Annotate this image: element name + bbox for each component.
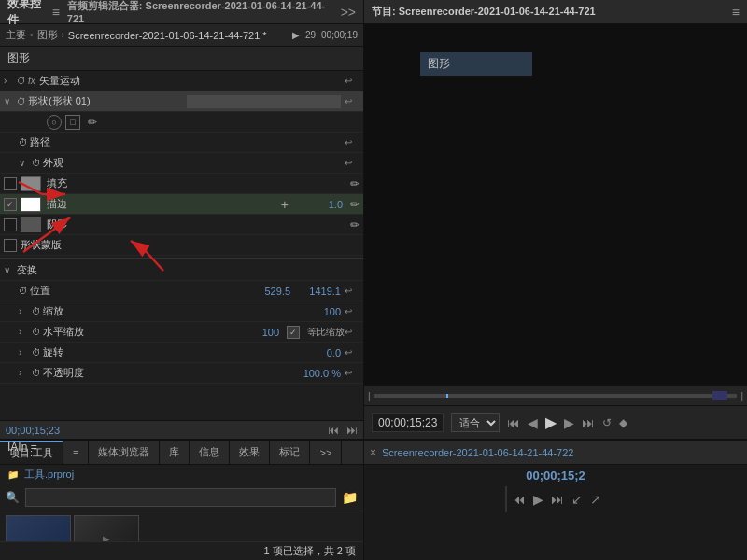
fill-checkbox[interactable] <box>4 177 17 190</box>
shadow-checkbox[interactable] <box>4 218 17 231</box>
opacity-reset[interactable]: ↩ <box>345 368 359 378</box>
shadow-eyedropper[interactable]: ✏ <box>350 218 359 231</box>
path-reset[interactable]: ↩ <box>345 137 359 147</box>
clip-close-btn[interactable]: × <box>370 446 376 459</box>
scale-value[interactable]: 100 <box>294 306 341 317</box>
path-stopwatch[interactable]: ⏱ <box>19 137 28 147</box>
program-menu-icon[interactable]: ≡ <box>732 5 740 20</box>
circle-shape-icon[interactable]: ○ <box>47 115 62 130</box>
transport-next[interactable]: ⏭ <box>582 415 595 430</box>
opacity-expand[interactable]: › <box>19 368 32 378</box>
appearance-expand[interactable]: ∨ <box>19 158 32 168</box>
transport-prev[interactable]: ⏮ <box>507 415 520 430</box>
clip-btn-in[interactable]: ↙ <box>570 490 585 509</box>
program-timeline-track[interactable] <box>374 394 738 398</box>
opacity-value[interactable]: 100.0 % <box>294 368 341 379</box>
rotation-stopwatch[interactable]: ⏱ <box>32 347 41 357</box>
vector-stopwatch[interactable]: ⏱ <box>17 76 26 86</box>
position-x[interactable]: 529.5 <box>244 286 290 297</box>
position-reset[interactable]: ↩ <box>345 286 359 296</box>
appearance-stopwatch[interactable]: ⏱ <box>32 158 41 168</box>
shadow-color-swatch[interactable] <box>21 217 41 232</box>
audio-mixer-title: 音频剪辑混合器: Screenrecorder-2021-01-06-14-21… <box>67 0 341 24</box>
fit-select[interactable]: 适合 <box>451 413 500 432</box>
scale-stopwatch[interactable]: ⏱ <box>32 306 41 316</box>
hscale-stopwatch[interactable]: ⏱ <box>32 327 41 337</box>
program-timeline-bar[interactable]: | | <box>364 386 747 405</box>
opacity-stopwatch[interactable]: ⏱ <box>32 368 41 378</box>
stroke-plus[interactable]: + <box>281 197 289 212</box>
transport-back[interactable]: ◀ <box>528 415 538 430</box>
program-controls-bar: 00;00;15;23 适合 ⏮ ◀ ▶ ▶ ⏭ ↺ ◆ <box>364 405 747 439</box>
transport-play[interactable]: ▶ <box>545 413 557 431</box>
shadow-label: 阴影 <box>47 217 350 231</box>
scale-row: › ⏱ 缩放 100 ↩ <box>0 301 363 322</box>
rect-shape-icon[interactable]: □ <box>65 115 80 130</box>
transform-expand[interactable]: ∨ <box>4 265 17 275</box>
play-btn[interactable]: ▶ <box>292 30 300 40</box>
clip-btn-out[interactable]: ↗ <box>588 490 603 509</box>
search-input[interactable] <box>25 488 336 507</box>
fill-color-swatch[interactable] <box>21 176 41 191</box>
shapes-section-label: 图形 <box>0 47 363 71</box>
project-content: 📁 工具.prproj 🔍 📁 ▶ 1 项已选择，共 2 项 <box>0 465 363 560</box>
program-timecode[interactable]: 00;00;15;23 <box>372 413 444 432</box>
shape-group-reset[interactable]: ↩ <box>345 96 359 106</box>
clip-btn-next[interactable]: ⏭ <box>549 490 566 509</box>
transport-loop[interactable]: ↺ <box>602 416 612 429</box>
hscale-reset[interactable]: ↩ <box>345 327 359 337</box>
rotation-value[interactable]: 0.0 <box>294 347 341 358</box>
status-icon2[interactable]: ⏭ <box>346 424 358 437</box>
shape-expand[interactable]: ∨ <box>4 96 17 106</box>
tab-overflow[interactable]: >> <box>310 441 342 464</box>
breadcrumb-clip[interactable]: Screenrecorder-2021-01-06-14-21-44-721 * <box>68 30 267 41</box>
stroke-color-swatch[interactable] <box>21 197 41 212</box>
scale-reset[interactable]: ↩ <box>345 306 359 316</box>
scale-expand[interactable]: › <box>19 306 32 316</box>
vector-expand[interactable]: › <box>4 76 17 86</box>
breadcrumb-type: 图形 <box>37 28 58 42</box>
uniform-scale-row: 等比缩放 <box>287 326 345 339</box>
shape-stopwatch[interactable]: ⏱ <box>17 96 26 106</box>
clip-btn-play[interactable]: ▶ <box>531 490 545 509</box>
program-playhead[interactable] <box>446 394 448 398</box>
status-icon1[interactable]: ⏮ <box>328 424 339 437</box>
thumbnail-item-2[interactable]: ▶ <box>74 515 139 541</box>
vector-reset[interactable]: ↩ <box>345 76 359 86</box>
stroke-checkbox[interactable] <box>4 198 17 211</box>
new-bin-icon[interactable]: 📁 <box>342 490 358 505</box>
shape-mask-checkbox[interactable] <box>4 239 17 252</box>
transform-label: 变换 <box>17 263 359 277</box>
project-status-text: 1 项已选择，共 2 项 <box>264 544 356 558</box>
position-y[interactable]: 1419.1 <box>294 286 341 297</box>
path-row: ⏱ 路径 ↩ <box>0 133 363 153</box>
timeline-block <box>712 391 727 400</box>
tab-effects[interactable]: 效果 <box>230 441 270 464</box>
tab-markers[interactable]: 标记 <box>270 441 310 464</box>
thumbnail-item-1[interactable] <box>6 515 71 541</box>
tab-media-browser[interactable]: 媒体浏览器 <box>89 441 160 464</box>
tab-menu[interactable]: ≡ <box>63 441 89 464</box>
hscale-expand[interactable]: › <box>19 327 32 337</box>
shape-group-row: ∨ ⏱ 形状(形状 01) ↩ <box>0 91 363 112</box>
tab-library[interactable]: 库 <box>160 441 190 464</box>
effect-controls-panel: 效果控件 ≡ 音频剪辑混合器: Screenrecorder-2021-01-0… <box>0 0 364 439</box>
stroke-eyedropper[interactable]: ✏ <box>350 198 359 211</box>
pos-stopwatch[interactable]: ⏱ <box>19 286 28 296</box>
clip-btn-prev[interactable]: ⏮ <box>511 490 528 509</box>
fill-eyedropper[interactable]: ✏ <box>350 177 359 190</box>
hscale-value[interactable]: 100 <box>233 327 279 338</box>
tab-info[interactable]: 信息 <box>190 441 230 464</box>
shadow-row: 阴影 ✏ <box>0 215 363 235</box>
effect-controls-menu[interactable]: ≡ <box>52 5 60 20</box>
program-monitor-title: 节目: Screenrecorder-2021-01-06-14-21-44-7… <box>372 5 596 19</box>
rotation-expand[interactable]: › <box>19 347 32 357</box>
pen-shape-icon[interactable]: ✏ <box>88 116 97 129</box>
uniform-scale-checkbox[interactable] <box>287 326 300 339</box>
appearance-reset[interactable]: ↩ <box>345 158 359 168</box>
transport-marker[interactable]: ◆ <box>619 416 627 429</box>
shape-icons-row: ○ □ ✏ <box>0 112 363 133</box>
rotation-reset[interactable]: ↩ <box>345 347 359 357</box>
overflow-icon[interactable]: >> <box>341 5 356 20</box>
transport-fwd[interactable]: ▶ <box>564 415 574 430</box>
